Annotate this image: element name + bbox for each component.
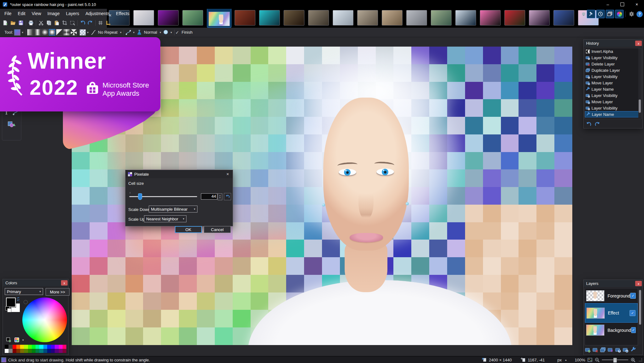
palette-swatch[interactable] <box>24 345 28 349</box>
chevron-down-icon[interactable]: ▾ <box>170 31 172 34</box>
history-item[interactable]: Layer Visibility <box>585 73 641 80</box>
image-tab-night-lake[interactable] <box>455 10 476 26</box>
gradient-tool-swatch[interactable] <box>14 29 20 36</box>
history-item[interactable]: Layer Visibility <box>585 92 641 99</box>
palette-swatch[interactable] <box>8 345 12 349</box>
menu-item-image[interactable]: Image <box>44 11 63 16</box>
more-button[interactable]: More >> <box>46 288 69 296</box>
palette-swatch[interactable] <box>43 345 47 349</box>
delete-layer-button[interactable] <box>592 347 598 354</box>
gradient-mode-6[interactable] <box>70 29 77 36</box>
gradient-mode-1[interactable] <box>34 29 41 36</box>
image-tab-red-rose[interactable] <box>504 10 525 26</box>
palette-swatch[interactable] <box>20 349 24 353</box>
zoom-level-value[interactable]: 100% <box>575 358 585 362</box>
units-select[interactable]: px <box>557 358 562 362</box>
cut-button[interactable] <box>37 19 45 27</box>
layer-row-effect[interactable]: Effect ✓ <box>585 303 638 323</box>
tools-toggle-button[interactable] <box>587 10 595 18</box>
grid-button[interactable] <box>97 19 104 27</box>
colors-toggle-button[interactable] <box>615 10 624 18</box>
color-wheel[interactable] <box>22 298 67 342</box>
repeat-mode-label[interactable]: No Repeat <box>98 30 118 35</box>
layer-visible-checkbox[interactable]: ✓ <box>630 293 636 299</box>
layers-toggle-button[interactable] <box>606 10 614 18</box>
scale-up-select[interactable]: Nearest Neighbor▾ <box>144 215 186 222</box>
history-item[interactable]: Invert Alpha <box>585 48 641 54</box>
move-down-btn-button[interactable] <box>623 347 629 354</box>
chevron-down-icon[interactable]: ▾ <box>133 31 135 34</box>
chevron-up-icon[interactable]: ▴ <box>565 358 567 361</box>
minimize-button[interactable]: – <box>601 0 615 9</box>
copy-button[interactable] <box>45 19 53 27</box>
chevron-down-icon[interactable]: ▾ <box>22 338 24 342</box>
palette-swatch[interactable] <box>47 349 51 353</box>
palette-swatch[interactable] <box>51 345 55 349</box>
primary-color-swatch[interactable] <box>6 298 16 307</box>
image-tab-kitten[interactable] <box>182 10 203 26</box>
image-tab-black-cat-pink[interactable] <box>480 10 501 26</box>
gradient-mode-5[interactable] <box>63 29 70 36</box>
layer-visible-checkbox[interactable]: ✓ <box>631 327 636 333</box>
redo-button[interactable] <box>86 19 94 27</box>
menu-item-layers[interactable]: Layers <box>63 11 82 16</box>
image-tab-forest-cliff[interactable] <box>431 10 452 26</box>
deselect-button[interactable] <box>69 19 76 27</box>
chevron-down-icon[interactable]: ▾ <box>160 31 161 34</box>
cell-size-input[interactable]: 44 <box>201 193 217 200</box>
store-badge-icon[interactable] <box>581 12 586 16</box>
new-button[interactable] <box>1 19 9 27</box>
settings-button[interactable] <box>628 10 636 18</box>
palette-swatch[interactable] <box>13 349 16 353</box>
palette-swatch[interactable] <box>63 349 66 353</box>
palette-swatch[interactable] <box>5 349 8 353</box>
zoom-in-icon[interactable] <box>630 357 636 362</box>
open-button[interactable] <box>9 19 17 27</box>
scroll-left-icon[interactable]: « <box>108 12 113 18</box>
palette-swatch[interactable] <box>55 345 58 349</box>
maximize-button[interactable] <box>615 0 630 9</box>
history-item[interactable]: Layer Name <box>585 111 641 117</box>
palette-swatch[interactable] <box>55 349 58 353</box>
image-tab-stone-building[interactable] <box>406 10 427 26</box>
ruler-button[interactable] <box>104 19 112 27</box>
layer-name-button[interactable] <box>630 347 636 354</box>
gradient-mode-4[interactable] <box>56 29 63 36</box>
menu-item-edit[interactable]: Edit <box>15 11 29 16</box>
layers-scrollbar-thumb[interactable] <box>639 290 641 325</box>
palette-swatch[interactable] <box>8 349 12 353</box>
color-wheel-selector[interactable] <box>24 300 28 304</box>
layer-row-foreground[interactable]: Foreground ✓ <box>585 288 638 303</box>
add-to-palette-icon[interactable] <box>6 337 11 343</box>
palette-swatch[interactable] <box>59 345 63 349</box>
colors-close-button[interactable]: x <box>61 280 68 286</box>
palette-swatch[interactable] <box>16 349 20 353</box>
history-item[interactable]: Delete Layer <box>585 61 641 67</box>
colors-panel-title-bar[interactable]: Colors x <box>3 279 68 286</box>
palette-swatch[interactable] <box>20 345 24 349</box>
zoom-out-icon[interactable] <box>595 357 600 362</box>
history-item[interactable]: Layer Name <box>585 86 641 92</box>
palette-swatch[interactable] <box>32 349 36 353</box>
palette-swatch[interactable] <box>28 345 32 349</box>
merge-down-button[interactable] <box>608 347 613 354</box>
history-close-button[interactable]: x <box>635 41 642 46</box>
undo-button[interactable] <box>79 19 86 27</box>
palette-swatch[interactable] <box>47 345 51 349</box>
close-button[interactable]: × <box>630 0 644 9</box>
blend-mode-label[interactable]: Normal <box>144 30 157 35</box>
zoom-slider[interactable] <box>602 360 628 360</box>
cancel-button[interactable]: Cancel <box>204 226 231 233</box>
image-tab-crowd[interactable] <box>357 10 378 26</box>
chevron-down-icon[interactable]: ▾ <box>87 31 89 34</box>
palette-swatch[interactable] <box>39 345 43 349</box>
crop-button[interactable] <box>61 19 69 27</box>
default-colors-icon[interactable] <box>5 306 11 312</box>
duplicate-layer-button[interactable] <box>600 347 606 354</box>
palette-swatch[interactable] <box>32 345 36 349</box>
spline-nodes-icon[interactable] <box>125 30 131 35</box>
layer-visible-checkbox[interactable]: ✓ <box>630 310 636 316</box>
reset-button[interactable] <box>224 193 231 200</box>
palette-swatch[interactable] <box>39 349 43 353</box>
image-tab-night-city[interactable] <box>259 10 280 26</box>
